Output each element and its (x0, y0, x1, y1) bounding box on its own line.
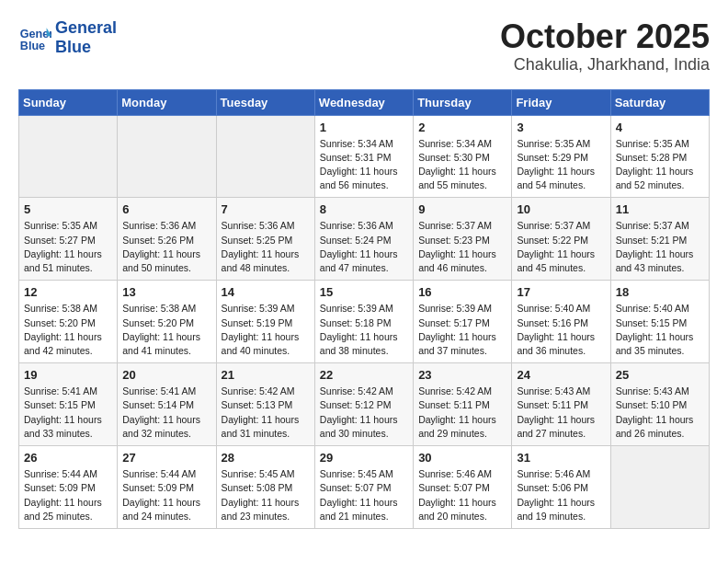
day-number: 8 (320, 202, 408, 216)
day-info: Sunrise: 5:43 AMSunset: 5:11 PMDaylight:… (517, 385, 605, 441)
weekday-header: Monday (118, 89, 216, 115)
calendar-cell: 26 Sunrise: 5:44 AMSunset: 5:09 PMDaylig… (19, 446, 118, 529)
weekday-header-row: SundayMondayTuesdayWednesdayThursdayFrid… (19, 89, 710, 115)
day-info: Sunrise: 5:38 AMSunset: 5:20 PMDaylight:… (24, 302, 112, 358)
calendar-cell: 19 Sunrise: 5:41 AMSunset: 5:15 PMDaylig… (19, 363, 118, 446)
day-number: 30 (418, 451, 506, 465)
logo: General Blue General Blue (18, 18, 117, 56)
calendar-cell: 14 Sunrise: 5:39 AMSunset: 5:19 PMDaylig… (216, 281, 314, 363)
calendar-cell (19, 115, 118, 198)
day-info: Sunrise: 5:37 AMSunset: 5:21 PMDaylight:… (616, 219, 704, 275)
calendar-cell: 22 Sunrise: 5:42 AMSunset: 5:12 PMDaylig… (314, 363, 413, 446)
weekday-header: Sunday (19, 89, 118, 115)
calendar-cell: 29 Sunrise: 5:45 AMSunset: 5:07 PMDaylig… (314, 446, 413, 529)
day-number: 21 (222, 368, 310, 382)
calendar-cell: 25 Sunrise: 5:43 AMSunset: 5:10 PMDaylig… (610, 363, 709, 446)
calendar-cell: 9 Sunrise: 5:37 AMSunset: 5:23 PMDayligh… (414, 198, 512, 281)
calendar-cell: 27 Sunrise: 5:44 AMSunset: 5:09 PMDaylig… (118, 446, 216, 529)
calendar-week-row: 1 Sunrise: 5:34 AMSunset: 5:31 PMDayligh… (19, 115, 710, 198)
day-number: 24 (517, 368, 605, 382)
day-info: Sunrise: 5:46 AMSunset: 5:06 PMDaylight:… (517, 467, 605, 523)
calendar-cell: 21 Sunrise: 5:42 AMSunset: 5:13 PMDaylig… (216, 363, 314, 446)
day-number: 14 (222, 285, 310, 299)
calendar-cell: 11 Sunrise: 5:37 AMSunset: 5:21 PMDaylig… (610, 198, 709, 281)
calendar-week-row: 12 Sunrise: 5:38 AMSunset: 5:20 PMDaylig… (19, 281, 710, 363)
weekday-header: Saturday (610, 89, 709, 115)
calendar-week-row: 19 Sunrise: 5:41 AMSunset: 5:15 PMDaylig… (19, 363, 710, 446)
day-info: Sunrise: 5:42 AMSunset: 5:13 PMDaylight:… (222, 385, 310, 441)
calendar-table: SundayMondayTuesdayWednesdayThursdayFrid… (18, 89, 710, 529)
day-info: Sunrise: 5:34 AMSunset: 5:30 PMDaylight:… (418, 137, 506, 193)
day-number: 16 (418, 285, 506, 299)
day-info: Sunrise: 5:36 AMSunset: 5:26 PMDaylight:… (122, 219, 210, 275)
calendar-week-row: 26 Sunrise: 5:44 AMSunset: 5:09 PMDaylig… (19, 446, 710, 529)
weekday-header: Wednesday (314, 89, 413, 115)
calendar-cell: 23 Sunrise: 5:42 AMSunset: 5:11 PMDaylig… (414, 363, 512, 446)
calendar-cell: 1 Sunrise: 5:34 AMSunset: 5:31 PMDayligh… (314, 115, 413, 198)
day-number: 23 (418, 368, 506, 382)
calendar-cell: 6 Sunrise: 5:36 AMSunset: 5:26 PMDayligh… (118, 198, 216, 281)
day-info: Sunrise: 5:43 AMSunset: 5:10 PMDaylight:… (616, 385, 704, 441)
day-number: 20 (122, 368, 210, 382)
day-number: 27 (122, 451, 210, 465)
day-number: 13 (122, 285, 210, 299)
page-header: General Blue General Blue October 2025 C… (18, 18, 710, 75)
weekday-header: Thursday (414, 89, 512, 115)
day-number: 31 (517, 451, 605, 465)
day-number: 4 (616, 121, 704, 134)
day-info: Sunrise: 5:42 AMSunset: 5:12 PMDaylight:… (320, 385, 408, 441)
calendar-cell: 31 Sunrise: 5:46 AMSunset: 5:06 PMDaylig… (512, 446, 610, 529)
day-number: 1 (320, 121, 408, 134)
day-info: Sunrise: 5:45 AMSunset: 5:07 PMDaylight:… (320, 467, 408, 523)
calendar-cell: 13 Sunrise: 5:38 AMSunset: 5:20 PMDaylig… (118, 281, 216, 363)
logo-line1: General (55, 18, 117, 38)
day-number: 17 (517, 285, 605, 299)
month-title: October 2025 (500, 18, 710, 55)
day-info: Sunrise: 5:41 AMSunset: 5:14 PMDaylight:… (122, 385, 210, 441)
day-info: Sunrise: 5:44 AMSunset: 5:09 PMDaylight:… (122, 467, 210, 523)
day-number: 18 (616, 285, 704, 299)
calendar-cell: 7 Sunrise: 5:36 AMSunset: 5:25 PMDayligh… (216, 198, 314, 281)
calendar-cell (216, 115, 314, 198)
calendar-cell: 20 Sunrise: 5:41 AMSunset: 5:14 PMDaylig… (118, 363, 216, 446)
calendar-cell: 3 Sunrise: 5:35 AMSunset: 5:29 PMDayligh… (512, 115, 610, 198)
logo-icon: General Blue (18, 21, 51, 54)
weekday-header: Tuesday (216, 89, 314, 115)
location-title: Chakulia, Jharkhand, India (500, 55, 710, 75)
day-number: 22 (320, 368, 408, 382)
calendar-cell (610, 446, 709, 529)
calendar-cell (118, 115, 216, 198)
logo-line2: Blue (55, 38, 117, 57)
calendar-cell: 10 Sunrise: 5:37 AMSunset: 5:22 PMDaylig… (512, 198, 610, 281)
weekday-header: Friday (512, 89, 610, 115)
day-info: Sunrise: 5:46 AMSunset: 5:07 PMDaylight:… (418, 467, 506, 523)
calendar-cell: 28 Sunrise: 5:45 AMSunset: 5:08 PMDaylig… (216, 446, 314, 529)
day-number: 11 (616, 202, 704, 216)
day-number: 5 (24, 202, 112, 216)
day-number: 25 (616, 368, 704, 382)
day-info: Sunrise: 5:39 AMSunset: 5:18 PMDaylight:… (320, 302, 408, 358)
day-number: 28 (222, 451, 310, 465)
day-info: Sunrise: 5:37 AMSunset: 5:22 PMDaylight:… (517, 219, 605, 275)
day-number: 6 (122, 202, 210, 216)
calendar-cell: 5 Sunrise: 5:35 AMSunset: 5:27 PMDayligh… (19, 198, 118, 281)
day-info: Sunrise: 5:41 AMSunset: 5:15 PMDaylight:… (24, 385, 112, 441)
day-number: 7 (222, 202, 310, 216)
day-number: 2 (418, 121, 506, 134)
title-block: October 2025 Chakulia, Jharkhand, India (500, 18, 710, 75)
day-number: 15 (320, 285, 408, 299)
day-number: 9 (418, 202, 506, 216)
calendar-cell: 17 Sunrise: 5:40 AMSunset: 5:16 PMDaylig… (512, 281, 610, 363)
calendar-cell: 18 Sunrise: 5:40 AMSunset: 5:15 PMDaylig… (610, 281, 709, 363)
calendar-cell: 30 Sunrise: 5:46 AMSunset: 5:07 PMDaylig… (414, 446, 512, 529)
day-number: 12 (24, 285, 112, 299)
day-info: Sunrise: 5:39 AMSunset: 5:19 PMDaylight:… (222, 302, 310, 358)
calendar-cell: 8 Sunrise: 5:36 AMSunset: 5:24 PMDayligh… (314, 198, 413, 281)
calendar-cell: 24 Sunrise: 5:43 AMSunset: 5:11 PMDaylig… (512, 363, 610, 446)
day-number: 29 (320, 451, 408, 465)
day-number: 3 (517, 121, 605, 134)
calendar-cell: 2 Sunrise: 5:34 AMSunset: 5:30 PMDayligh… (414, 115, 512, 198)
day-number: 19 (24, 368, 112, 382)
day-info: Sunrise: 5:35 AMSunset: 5:27 PMDaylight:… (24, 219, 112, 275)
day-info: Sunrise: 5:35 AMSunset: 5:29 PMDaylight:… (517, 137, 605, 193)
